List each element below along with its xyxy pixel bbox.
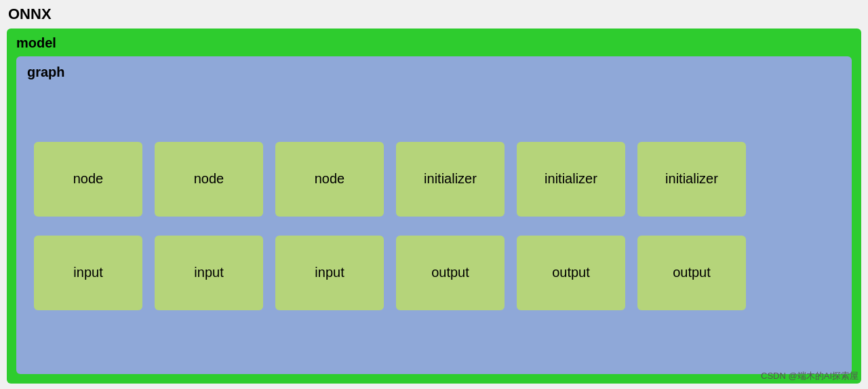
graph-container: graph node node node initializer [16, 56, 852, 374]
items-row-1: node node node initializer initializer [34, 142, 834, 217]
output-box-2: output [517, 236, 625, 310]
node-label-2: node [194, 171, 224, 187]
node-label-3: node [315, 171, 345, 187]
output-label-1: output [431, 265, 469, 280]
node-label-1: node [73, 171, 104, 187]
onnx-title: ONNX [7, 5, 861, 23]
watermark: CSDN @端木的AI探索屋 [761, 370, 859, 382]
graph-label: graph [27, 64, 841, 80]
initializer-box-3: initializer [637, 142, 746, 217]
initializer-box-2: initializer [517, 142, 625, 217]
output-label-2: output [552, 265, 590, 280]
model-container: model graph node node node initializ [7, 29, 861, 384]
items-grid: node node node initializer initializer [27, 91, 841, 360]
input-label-1: input [73, 265, 102, 280]
node-box-2: node [155, 142, 263, 217]
initializer-label-3: initializer [665, 171, 718, 187]
output-box-3: output [637, 236, 746, 310]
input-label-2: input [194, 265, 223, 280]
input-box-2: input [155, 236, 263, 310]
initializer-box-1: initializer [396, 142, 505, 217]
initializer-label-2: initializer [545, 171, 597, 187]
output-label-3: output [673, 265, 711, 280]
node-box-3: node [275, 142, 384, 217]
page-wrapper: ONNX model graph node node node [0, 0, 868, 389]
input-box-1: input [34, 236, 142, 310]
items-row-2: input input input output output [34, 236, 834, 310]
input-label-3: input [315, 265, 344, 280]
node-box-1: node [34, 142, 142, 217]
input-box-3: input [275, 236, 384, 310]
model-label: model [16, 35, 852, 51]
initializer-label-1: initializer [424, 171, 477, 187]
output-box-1: output [396, 236, 505, 310]
